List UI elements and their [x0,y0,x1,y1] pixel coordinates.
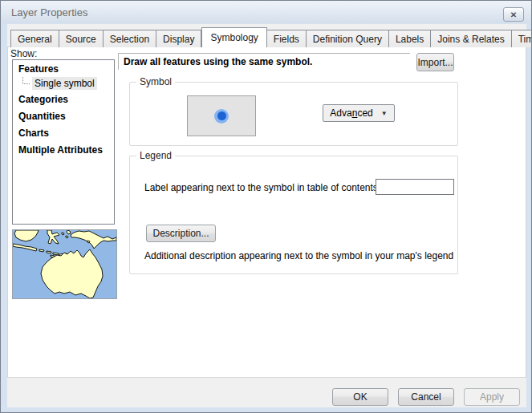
show-label: Show: [10,48,37,59]
tab-time[interactable]: Time [512,30,532,47]
symbol-groupbox: Symbol Advanced ▼ [129,82,458,146]
symbology-tab-page: Show: FeaturesSingle symbolCategoriesQua… [7,47,526,378]
legend-label-caption: Label appearing next to the symbol in ta… [144,182,380,193]
tree-item-label: Categories [18,94,68,105]
tree-item-categories[interactable]: Categories [13,91,114,107]
legend-label-input[interactable] [376,179,454,195]
tab-fields[interactable]: Fields [267,30,307,47]
import-button[interactable]: Import... [416,53,454,71]
map-preview-image [13,230,116,298]
show-tree[interactable]: FeaturesSingle symbolCategoriesQuantitie… [12,59,115,225]
tab-labels[interactable]: Labels [389,30,431,47]
layer-properties-dialog: Layer Properties ✕ GeneralSourceSelectio… [0,0,532,413]
symbol-preview-button[interactable] [187,95,256,136]
tab-general[interactable]: General [10,30,59,47]
advanced-label: Advanced [330,107,372,119]
advanced-dropdown-button[interactable]: Advanced ▼ [323,104,395,122]
tab-symbology[interactable]: Symbology [201,27,266,47]
tree-item-single-symbol[interactable]: Single symbol [13,75,114,91]
tree-item-quantities[interactable]: Quantities [13,107,114,124]
dialog-body: GeneralSourceSelectionDisplaySymbologyFi… [7,24,526,407]
tree-item-features[interactable]: Features [13,63,114,75]
point-symbol-icon [214,109,229,123]
tree-item-label: Single symbol [32,77,97,90]
tree-item-label: Multiple Attributes [18,144,103,156]
window-title: Layer Properties [11,6,87,18]
dropdown-arrow-icon: ▼ [381,110,388,117]
tree-branch-icon [22,77,30,84]
map-preview [12,229,117,299]
cancel-button[interactable]: Cancel [398,388,454,406]
tree-item-label: Features [18,63,59,75]
tab-definition-query[interactable]: Definition Query [307,30,389,47]
tree-item-label: Quantities [18,111,66,122]
point-symbol-core [217,111,226,120]
tree-item-label: Charts [18,128,49,139]
tab-source[interactable]: Source [59,30,104,47]
tab-joins-relates[interactable]: Joins & Relates [431,30,511,47]
legend-additional-caption: Additional description appearing next to… [144,250,453,261]
tab-bar: GeneralSourceSelectionDisplaySymbologyFi… [10,27,532,47]
description-button[interactable]: Description... [146,225,216,242]
tree-item-multiple-attributes[interactable]: Multiple Attributes [13,141,114,158]
tab-display[interactable]: Display [156,30,201,47]
apply-button[interactable]: Apply [464,388,520,406]
legend-groupbox: Legend Label appearing next to the symbo… [129,156,458,274]
legend-group-title: Legend [136,150,175,161]
renderer-heading: Draw all features using the same symbol. [124,56,312,67]
close-button[interactable]: ✕ [503,7,524,22]
symbol-group-title: Symbol [136,76,175,87]
close-icon: ✕ [510,10,517,19]
ok-button[interactable]: OK [332,388,388,406]
tab-selection[interactable]: Selection [104,30,156,47]
title-bar[interactable]: Layer Properties ✕ [1,1,531,23]
tree-item-charts[interactable]: Charts [13,124,114,141]
